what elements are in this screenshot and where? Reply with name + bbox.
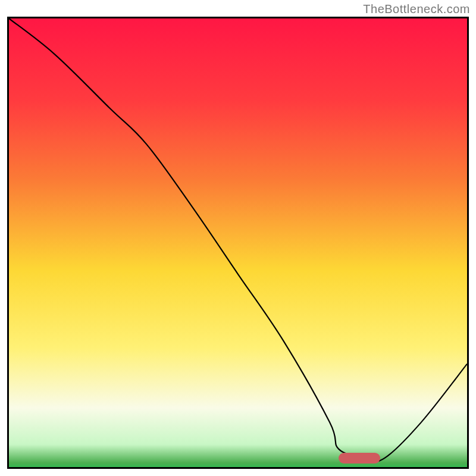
watermark-text: TheBottleneck.com bbox=[363, 2, 470, 16]
optimal-range-marker bbox=[339, 453, 380, 464]
bottleneck-curve bbox=[9, 18, 467, 467]
plot-frame bbox=[7, 17, 469, 469]
